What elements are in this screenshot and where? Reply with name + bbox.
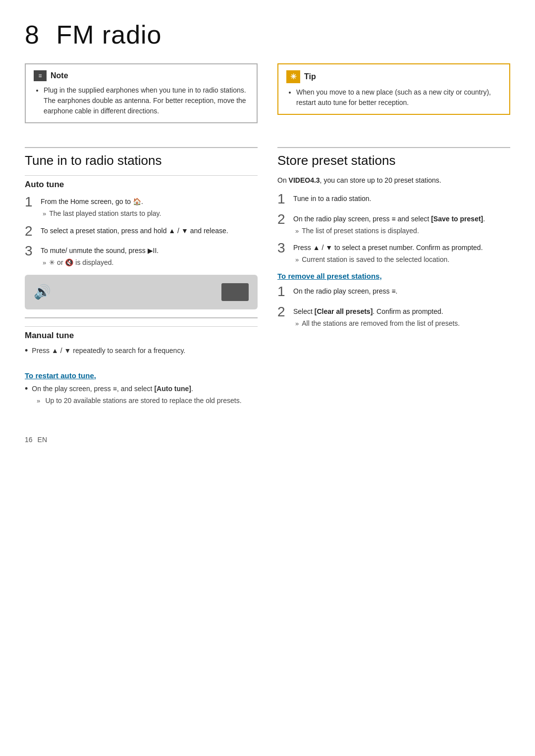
divider-1: [25, 317, 258, 318]
auto-tune-step-2: 2 To select a preset station, press and …: [25, 224, 258, 239]
store-step-1: 1 Tune in to a radio station.: [277, 192, 510, 207]
footer-page: 16: [25, 436, 33, 444]
remove-step-2-sub: » All the stations are removed from the …: [295, 319, 460, 329]
note-label: Note: [51, 71, 68, 80]
store-preset-heading: Store preset stations: [277, 147, 510, 168]
store-step-2-sub: » The list of preset stations is display…: [295, 226, 485, 236]
home-icon: 🏠: [133, 198, 141, 205]
auto-tune-step-1-sub: » The last played station starts to play…: [43, 209, 161, 219]
manual-tune-item: • Press ▲ / ▼ repeatedly to search for a…: [25, 346, 258, 356]
tune-in-section: Tune in to radio stations Auto tune 1 Fr…: [25, 142, 258, 406]
restart-auto-tune-section: To restart auto tune, • On the play scre…: [25, 371, 258, 406]
store-step-3: 3 Press ▲ / ▼ to select a preset number.…: [277, 241, 510, 265]
player-display: [221, 283, 249, 301]
page-footer: 16 EN: [25, 436, 510, 444]
remove-all-section: To remove all preset stations, 1 On the …: [277, 272, 510, 328]
tune-in-heading: Tune in to radio stations: [25, 147, 258, 168]
remove-step-2: 2 Select [Clear all presets]. Confirm as…: [277, 304, 510, 329]
tip-icon: ✳: [286, 70, 300, 83]
remove-all-heading: To remove all preset stations,: [277, 272, 510, 280]
manual-tune-heading: Manual tune: [25, 326, 258, 341]
note-item: Plug in the supplied earphones when you …: [44, 85, 249, 116]
player-mock: 🔊: [25, 275, 258, 309]
tip-box: ✳ Tip When you move to a new place (such…: [277, 63, 510, 115]
volume-icon: 🔊: [34, 284, 51, 300]
page-title: 8 FM radio: [25, 20, 510, 50]
tip-label: Tip: [304, 72, 316, 81]
auto-tune-heading: Auto tune: [25, 175, 258, 190]
remove-step-1: 1 On the radio play screen, press ≡.: [277, 284, 510, 300]
restart-auto-tune-item: • On the play screen, press ≡, and selec…: [25, 384, 258, 395]
tip-item: When you move to a new place (such as a …: [296, 87, 501, 108]
footer-lang: EN: [38, 436, 47, 444]
note-header: ≡ Note: [34, 70, 249, 81]
restart-auto-tune-list: • On the play screen, press ≡, and selec…: [25, 384, 258, 395]
store-step-3-sub: » Current station is saved to the select…: [295, 255, 483, 265]
tip-list: When you move to a new place (such as a …: [296, 87, 501, 108]
store-step-2: 2 On the radio play screen, press ≡ and …: [277, 212, 510, 236]
note-icon: ≡: [34, 70, 47, 81]
auto-tune-step-3-sub: » ✳ or 🔇 is displayed.: [43, 258, 159, 268]
note-box: ≡ Note Plug in the supplied earphones wh…: [25, 63, 258, 123]
tip-header: ✳ Tip: [286, 70, 501, 83]
store-preset-section: Store preset stations On VIDEO4.3, you c…: [277, 142, 510, 406]
store-preset-intro: On VIDEO4.3, you can store up to 20 pres…: [277, 175, 510, 186]
restart-auto-tune-sub: » Up to 20 available stations are stored…: [37, 396, 258, 406]
auto-tune-step-3: 3 To mute/ unmute the sound, press ▶II. …: [25, 244, 258, 268]
restart-auto-tune-heading: To restart auto tune,: [25, 371, 258, 380]
auto-tune-step-1: 1 From the Home screen, go to 🏠. » The l…: [25, 195, 258, 219]
manual-tune-list: • Press ▲ / ▼ repeatedly to search for a…: [25, 346, 258, 356]
note-list: Plug in the supplied earphones when you …: [44, 85, 249, 116]
